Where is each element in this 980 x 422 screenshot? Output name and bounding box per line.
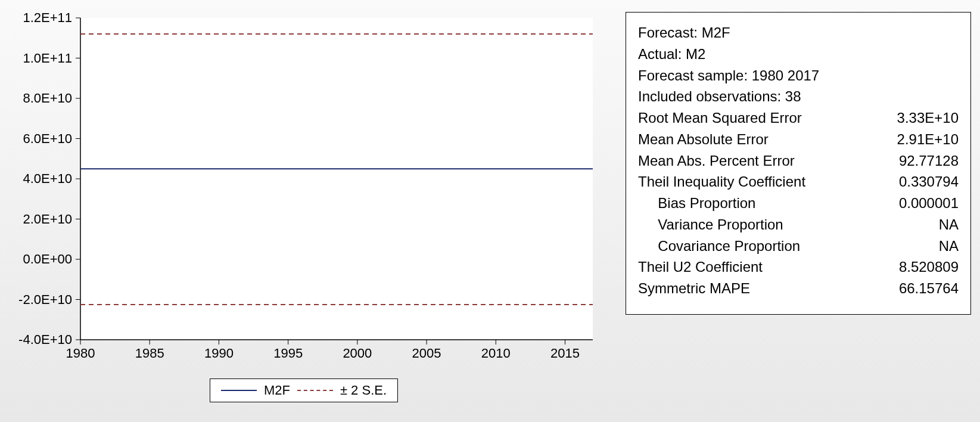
legend-label-se: ± 2 S.E. — [340, 383, 387, 398]
stat-mape-value: 92.77128 — [881, 150, 959, 172]
stat-smape-label: Symmetric MAPE — [638, 278, 750, 299]
svg-text:0.0E+00: 0.0E+00 — [23, 252, 72, 266]
stat-theil-label: Theil Inequality Coefficient — [638, 171, 805, 193]
svg-text:-2.0E+10: -2.0E+10 — [18, 292, 72, 307]
chart-legend: M2F ± 2 S.E. — [210, 378, 398, 402]
forecast-statistics-panel: Forecast: M2F Actual: M2 Forecast sample… — [626, 12, 971, 315]
stat-sample: Forecast sample: 1980 2017 — [638, 65, 819, 86]
svg-text:-4.0E+10: -4.0E+10 — [18, 332, 72, 347]
stat-rmse-label: Root Mean Squared Error — [638, 107, 802, 129]
stat-actual: Actual: M2 — [638, 44, 705, 65]
svg-text:1990: 1990 — [204, 346, 234, 361]
chart-plot-area: -4.0E+10-2.0E+100.0E+002.0E+104.0E+106.0… — [9, 12, 599, 364]
stat-var-label: Variance Proportion — [638, 214, 783, 235]
stat-cov-label: Covariance Proportion — [638, 235, 800, 257]
svg-text:1.2E+11: 1.2E+11 — [23, 12, 72, 25]
svg-text:2015: 2015 — [550, 346, 580, 361]
legend-label-m2f: M2F — [264, 383, 290, 398]
svg-text:1.0E+11: 1.0E+11 — [23, 51, 72, 66]
stat-theil-value: 0.330794 — [881, 171, 959, 193]
forecast-chart-section: -4.0E+10-2.0E+100.0E+002.0E+104.0E+106.0… — [9, 12, 599, 413]
svg-text:1995: 1995 — [273, 346, 303, 361]
stat-smape-value: 66.15764 — [881, 278, 959, 299]
stat-obs: Included observations: 38 — [638, 86, 801, 107]
svg-text:1985: 1985 — [135, 346, 164, 361]
stat-var-value: NA — [881, 214, 959, 235]
legend-line-se — [297, 390, 333, 391]
stat-cov-value: NA — [881, 235, 959, 257]
svg-text:2005: 2005 — [412, 346, 441, 361]
svg-text:2000: 2000 — [343, 346, 372, 361]
stat-mae-value: 2.91E+10 — [881, 129, 959, 150]
svg-text:4.0E+10: 4.0E+10 — [23, 171, 72, 186]
svg-text:1980: 1980 — [66, 346, 95, 361]
stat-u2-value: 8.520809 — [881, 256, 959, 278]
svg-text:2010: 2010 — [481, 346, 511, 361]
svg-text:8.0E+10: 8.0E+10 — [23, 91, 72, 106]
legend-line-m2f — [221, 390, 257, 391]
stat-rmse-value: 3.33E+10 — [881, 107, 959, 129]
line-chart: -4.0E+10-2.0E+100.0E+002.0E+104.0E+106.0… — [9, 12, 599, 364]
stat-mae-label: Mean Absolute Error — [638, 129, 769, 150]
stat-bias-value: 0.000001 — [881, 193, 959, 214]
svg-text:2.0E+10: 2.0E+10 — [23, 212, 72, 226]
stat-forecast: Forecast: M2F — [638, 22, 730, 44]
svg-rect-0 — [80, 18, 593, 340]
stat-mape-label: Mean Abs. Percent Error — [638, 150, 795, 172]
stat-bias-label: Bias Proportion — [638, 193, 755, 214]
stat-u2-label: Theil U2 Coefficient — [638, 256, 763, 278]
svg-text:6.0E+10: 6.0E+10 — [23, 131, 72, 146]
